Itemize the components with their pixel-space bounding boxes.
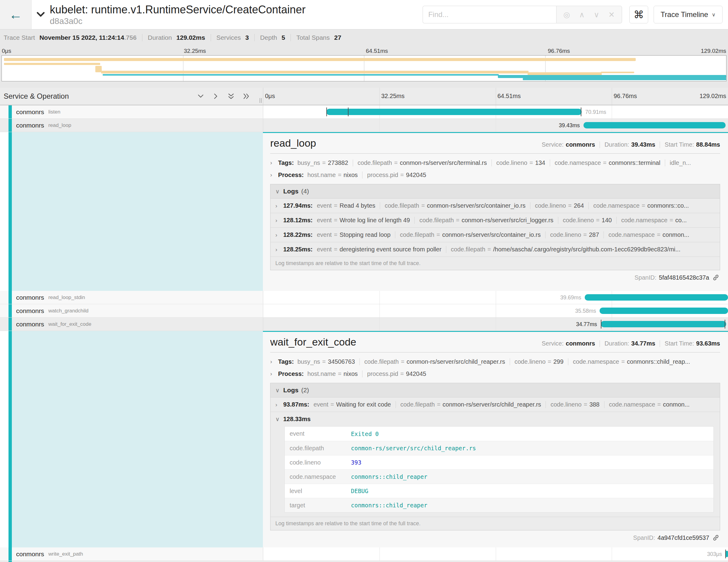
field-value: Exited 0 xyxy=(351,431,379,437)
log-entry-expanded: ∨128.33mseventExited 0code.filepathconmo… xyxy=(270,412,720,517)
span-row[interactable]: conmonrsread_loop_stdin39.69ms xyxy=(0,291,728,304)
span-row-name: conmonrswatch_grandchild xyxy=(0,304,263,317)
chevron-right-icon: › xyxy=(275,401,280,408)
chevron-down-icon: ∨ xyxy=(275,188,280,195)
trace-view-selector[interactable]: Trace Timeline ∨ xyxy=(654,6,723,23)
span-duration-bar[interactable] xyxy=(601,321,726,327)
collapse-all-icon[interactable] xyxy=(227,92,235,100)
span-duration-bar[interactable] xyxy=(326,109,582,115)
tag-field: process.pid=942045 xyxy=(362,172,431,179)
span-duration-bar[interactable] xyxy=(726,551,728,557)
logs-header[interactable]: ∨Logs(2) xyxy=(270,383,720,397)
service-color-bar xyxy=(9,119,12,132)
link-icon[interactable] xyxy=(712,534,719,541)
span-duration-bar[interactable] xyxy=(585,294,728,301)
operation-name: write_exit_path xyxy=(48,551,83,557)
summary-value-fraction: .756 xyxy=(124,34,137,41)
tick-label: 32.25ms xyxy=(381,93,405,100)
span-detail-body: read_loopService:conmonrsDuration:39.43m… xyxy=(263,132,728,291)
expand-all-icon[interactable] xyxy=(242,92,250,100)
tag-value: conmonrs::child_reap... xyxy=(627,358,690,365)
process-row[interactable]: ›Process:host.name=nixosprocess.pid=9420… xyxy=(270,368,720,380)
logs-section: ∨Logs(4)›127.94ms:event=Read 4 bytescode… xyxy=(270,184,720,270)
span-detail-gutter xyxy=(0,331,263,547)
span-duration-bar[interactable] xyxy=(583,122,726,128)
crosshair-icon[interactable]: ◎ xyxy=(559,10,575,19)
tag-value: 299 xyxy=(553,358,563,365)
tag-key: host.name xyxy=(308,172,336,179)
chevron-right-icon: › xyxy=(270,370,274,377)
tag-field: code.filepath=conmon-rs/server/src/conta… xyxy=(380,202,530,209)
log-marker xyxy=(326,107,327,116)
span-row-timeline: 35.58ms xyxy=(263,304,728,317)
expand-one-icon[interactable] xyxy=(212,92,220,100)
timeline-minimap[interactable] xyxy=(2,55,726,81)
log-timestamp: 128.25ms: xyxy=(283,246,313,253)
tag-field: event=Wrote log line of length 49 xyxy=(317,217,415,224)
equals-sign: = xyxy=(331,401,334,408)
collapse-one-icon[interactable] xyxy=(197,92,205,100)
span-detail-title: read_loop xyxy=(270,137,316,149)
top-bar: ← kubelet: runtime.v1.RuntimeService/Cre… xyxy=(0,0,728,29)
tags-row[interactable]: ›Tags:busy_ns=273882code.filepath=conmon… xyxy=(270,157,720,169)
tags-row[interactable]: ›Tags:busy_ns=34506763code.filepath=conm… xyxy=(270,356,720,368)
trace-collapse-toggle[interactable] xyxy=(35,9,46,20)
close-icon[interactable]: ✕ xyxy=(604,10,619,19)
tag-value: 942045 xyxy=(406,370,426,377)
span-row[interactable]: conmonrslisten70.91ms xyxy=(0,105,728,119)
span-row-name: conmonrslisten xyxy=(0,105,263,118)
tag-field: code.filepath=conmon-rs/server/src/child… xyxy=(359,358,510,365)
span-detail-header: wait_for_exit_codeService:conmonrsDurati… xyxy=(270,336,720,348)
log-entry-header[interactable]: ∨128.33ms xyxy=(275,416,715,423)
summary-item: Trace Start November 15 2022, 11:24:14.7… xyxy=(4,34,137,41)
tag-field: code.namespace=conmonrs::child_reap... xyxy=(568,358,695,365)
span-rows-container: conmonrslisten70.91msconmonrsread_loop39… xyxy=(0,105,728,561)
span-row[interactable]: conmonrsread_loop39.43ms xyxy=(0,119,728,132)
minimap-span-bar xyxy=(498,75,726,78)
span-row-timeline: 34.77ms xyxy=(263,318,728,331)
chevron-down-icon xyxy=(35,9,46,20)
tag-value: conmon-rs/server/src/child_reaper.rs xyxy=(407,358,505,365)
log-entry[interactable]: ›93.87ms:event=Waiting for exit codecode… xyxy=(270,397,720,412)
tag-field: event=deregistering event source from po… xyxy=(317,246,446,253)
log-entry[interactable]: ›128.25ms:event=deregistering event sour… xyxy=(270,242,720,257)
tag-value: 942045 xyxy=(406,172,426,179)
tag-key: code.lineno xyxy=(550,401,581,408)
span-row[interactable]: conmonrswrite_exit_path303μs xyxy=(0,547,728,561)
column-resizer-grip[interactable] xyxy=(260,98,262,103)
find-controls: ◎∧∨✕ xyxy=(556,6,622,23)
tick-label: 64.51ms xyxy=(366,48,388,54)
equals-sign: = xyxy=(338,370,342,377)
equals-sign: = xyxy=(529,159,533,166)
span-duration-bar[interactable] xyxy=(600,308,728,314)
tag-key: process.pid xyxy=(367,172,398,179)
tag-key: code.lineno xyxy=(550,231,581,238)
chevron-down-icon: ∨ xyxy=(275,387,280,394)
chevron-up-icon[interactable]: ∧ xyxy=(574,10,589,19)
selected-span-highlight xyxy=(12,132,263,291)
tag-key: code.filepath xyxy=(400,231,434,238)
log-entry[interactable]: ›128.22ms:event=Stopping read loopcode.f… xyxy=(270,228,720,242)
logs-header[interactable]: ∨Logs(4) xyxy=(270,184,720,199)
tag-value: 287 xyxy=(589,231,599,238)
keyboard-shortcuts-button[interactable]: ⌘ xyxy=(629,6,648,23)
tick-label: 32.25ms xyxy=(184,48,206,54)
span-row[interactable]: conmonrswatch_grandchild35.58ms xyxy=(0,304,728,318)
back-button[interactable]: ← xyxy=(0,0,32,29)
process-row[interactable]: ›Process:host.name=nixosprocess.pid=9420… xyxy=(270,169,720,181)
span-duration-label: 35.58ms xyxy=(575,308,596,314)
chevron-right-icon: › xyxy=(270,358,274,365)
tag-value: 34506763 xyxy=(328,358,355,365)
logs-footnote: Log timestamps are relative to the start… xyxy=(270,517,720,530)
log-entry[interactable]: ›128.12ms:event=Wrote log line of length… xyxy=(270,213,720,228)
find-input[interactable] xyxy=(423,6,556,23)
tick-label: 96.76ms xyxy=(548,48,570,54)
equals-sign: = xyxy=(334,231,338,238)
link-icon[interactable] xyxy=(712,274,719,281)
span-id-label: SpanID: xyxy=(633,534,655,541)
chevron-down-icon[interactable]: ∨ xyxy=(589,10,604,19)
equals-sign: = xyxy=(400,370,404,377)
divider xyxy=(270,352,720,353)
log-entry[interactable]: ›127.94ms:event=Read 4 bytescode.filepat… xyxy=(270,199,720,213)
span-row[interactable]: conmonrswait_for_exit_code34.77ms xyxy=(0,318,728,331)
